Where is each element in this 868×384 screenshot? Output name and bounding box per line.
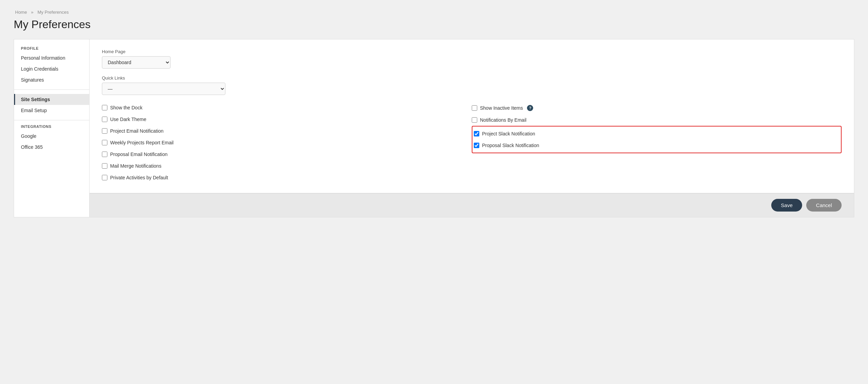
- mail-merge-notifications-label[interactable]: Mail Merge Notifications: [110, 163, 161, 169]
- profile-section-label: PROFILE: [14, 46, 89, 52]
- proposal-email-notification-checkbox[interactable]: [102, 152, 107, 157]
- quicklinks-label: Quick Links: [102, 75, 842, 81]
- sidebar-item-personal-information[interactable]: Personal Information: [14, 52, 89, 63]
- private-activities-by-default-label[interactable]: Private Activities by Default: [110, 175, 168, 180]
- checkbox-row-proposal-email: Proposal Email Notification: [102, 148, 472, 160]
- weekly-projects-report-email-label[interactable]: Weekly Projects Report Email: [110, 140, 174, 145]
- proposal-email-notification-label[interactable]: Proposal Email Notification: [110, 152, 167, 157]
- checkboxes-right-col: Show Inactive Items ? Notifications By E…: [472, 102, 842, 183]
- weekly-projects-report-email-checkbox[interactable]: [102, 140, 107, 145]
- content-area: Home Page Dashboard Projects Tasks Repor…: [90, 39, 854, 193]
- sidebar-divider-1: [14, 89, 89, 90]
- private-activities-by-default-checkbox[interactable]: [102, 175, 107, 180]
- footer-bar: Save Cancel: [90, 193, 854, 217]
- homepage-field-group: Home Page Dashboard Projects Tasks Repor…: [102, 49, 842, 69]
- sidebar-item-site-settings[interactable]: Site Settings: [14, 94, 89, 105]
- checkbox-row-notifications-by-email: Notifications By Email: [472, 114, 842, 126]
- notifications-by-email-label[interactable]: Notifications By Email: [480, 117, 526, 123]
- show-inactive-items-checkbox[interactable]: [472, 105, 477, 111]
- slack-notifications-highlight-box: Project Slack Notification Proposal Slac…: [472, 126, 842, 153]
- checkbox-row-show-dock: Show the Dock: [102, 102, 472, 113]
- content-with-footer: Home Page Dashboard Projects Tasks Repor…: [90, 39, 854, 217]
- checkbox-row-project-email: Project Email Notification: [102, 125, 472, 137]
- checkbox-row-private-activities: Private Activities by Default: [102, 172, 472, 183]
- notifications-by-email-checkbox[interactable]: [472, 117, 477, 123]
- sidebar-item-google[interactable]: Google: [14, 131, 89, 142]
- cancel-button[interactable]: Cancel: [806, 199, 842, 212]
- project-slack-notification-label[interactable]: Project Slack Notification: [482, 131, 535, 136]
- show-inactive-items-label[interactable]: Show Inactive Items: [480, 105, 523, 111]
- proposal-slack-notification-checkbox[interactable]: [474, 143, 479, 148]
- quicklinks-select[interactable]: —: [102, 83, 225, 95]
- breadcrumb-separator: »: [31, 10, 33, 15]
- checkbox-row-proposal-slack: Proposal Slack Notification: [474, 140, 837, 151]
- checkbox-row-mail-merge: Mail Merge Notifications: [102, 160, 472, 172]
- breadcrumb: Home » My Preferences: [14, 10, 854, 15]
- page-wrapper: Home » My Preferences My Preferences PRO…: [0, 0, 868, 384]
- quicklinks-field-group: Quick Links —: [102, 75, 842, 95]
- show-dock-label[interactable]: Show the Dock: [110, 105, 142, 110]
- sidebar: PROFILE Personal Information Login Crede…: [14, 39, 90, 217]
- page-title: My Preferences: [14, 18, 854, 31]
- use-dark-theme-label[interactable]: Use Dark Theme: [110, 117, 146, 122]
- sidebar-item-login-credentials[interactable]: Login Credentials: [14, 63, 89, 74]
- checkbox-row-project-slack: Project Slack Notification: [474, 128, 837, 140]
- show-dock-checkbox[interactable]: [102, 105, 107, 110]
- project-email-notification-checkbox[interactable]: [102, 128, 107, 134]
- homepage-label: Home Page: [102, 49, 842, 54]
- breadcrumb-home[interactable]: Home: [15, 10, 27, 15]
- checkboxes-left-col: Show the Dock Use Dark Theme Project Ema…: [102, 102, 472, 183]
- sidebar-item-office365[interactable]: Office 365: [14, 142, 89, 153]
- proposal-slack-notification-label[interactable]: Proposal Slack Notification: [482, 143, 539, 148]
- sidebar-item-email-setup[interactable]: Email Setup: [14, 105, 89, 116]
- breadcrumb-current: My Preferences: [37, 10, 69, 15]
- homepage-select[interactable]: Dashboard Projects Tasks Reports: [102, 56, 171, 69]
- use-dark-theme-checkbox[interactable]: [102, 117, 107, 122]
- integrations-section-label: INTEGRATIONS: [14, 124, 89, 131]
- mail-merge-notifications-checkbox[interactable]: [102, 163, 107, 169]
- checkbox-row-show-inactive: Show Inactive Items ?: [472, 102, 842, 114]
- checkbox-row-use-dark-theme: Use Dark Theme: [102, 113, 472, 125]
- project-slack-notification-checkbox[interactable]: [474, 131, 479, 136]
- checkbox-row-weekly-projects: Weekly Projects Report Email: [102, 137, 472, 148]
- sidebar-divider-2: [14, 120, 89, 120]
- save-button[interactable]: Save: [771, 199, 802, 212]
- sidebar-item-signatures[interactable]: Signatures: [14, 74, 89, 85]
- show-inactive-help-icon[interactable]: ?: [527, 105, 533, 111]
- project-email-notification-label[interactable]: Project Email Notification: [110, 128, 164, 134]
- main-layout: PROFILE Personal Information Login Crede…: [14, 39, 854, 217]
- checkboxes-grid: Show the Dock Use Dark Theme Project Ema…: [102, 102, 842, 183]
